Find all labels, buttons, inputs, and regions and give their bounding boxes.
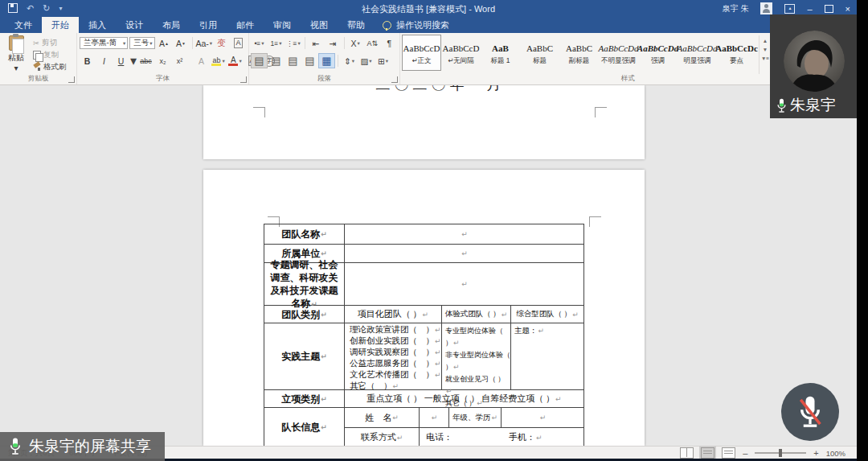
shrink-font-button[interactable]: A▼ [174,36,189,50]
clipboard-dialog-launcher[interactable] [68,76,75,83]
underline-button[interactable]: U [113,54,129,68]
style-strong[interactable]: AaBbCcDc 要点 [718,35,755,70]
ribbon-display-options-icon[interactable]: ▴ [784,4,795,14]
document-page-2[interactable]: 团队名称↵ ↵ 所属单位↵ ↵ 专题调研、社会调查、科研攻关及科技开发课题名称↵… [203,170,645,446]
team-name-cell[interactable]: ↵ [345,224,583,244]
account-name[interactable]: 泉宇 朱 [723,3,749,14]
bold-button[interactable]: B [80,54,95,68]
tab-layout[interactable]: 布局 [153,17,190,33]
underline-dropdown-icon[interactable]: ▾ [130,53,137,68]
webcam-panel[interactable]: 朱泉宇 [770,14,857,118]
copy-button[interactable]: 复制 [33,49,67,60]
increase-indent-button[interactable]: ⇥ [326,36,341,50]
team-type-comprehensive-cell[interactable]: 综合型团队（ ）↵ [510,306,583,323]
zoom-level[interactable]: 100% [826,449,845,458]
styles-scroll-up-icon[interactable]: ▲ [763,38,768,43]
style-title[interactable]: AaBbC 标题 [521,35,559,70]
tell-me-search[interactable]: 操作说明搜索 [375,17,457,33]
zoom-slider[interactable] [755,452,806,454]
strikethrough-button[interactable]: abc [138,54,154,68]
style-intense-emphasis[interactable]: AaBbCcDd 明显强调 [678,35,716,70]
topic-name-cell[interactable]: ↵ [345,263,583,305]
style-subtle-emphasis[interactable]: AaBbCcDd 不明显强调 [600,35,637,70]
font-size-combobox[interactable]: 三号 ▾ [129,37,154,49]
print-layout-button[interactable] [701,447,714,459]
team-type-experience-cell[interactable]: 体验式团队（ ）↵ [441,306,510,323]
character-border-button[interactable]: A [231,36,246,50]
document-page-1[interactable]: 二〇二〇年 月 [203,85,645,159]
web-layout-button[interactable] [722,447,735,459]
style-normal[interactable]: AaBbCcD ↵正文 [403,35,440,70]
tab-help[interactable]: 帮助 [338,17,375,33]
style-no-spacing[interactable]: AaBbCcD ↵无间隔 [442,35,480,70]
format-painter-button[interactable]: 格式刷 [33,61,67,72]
zoom-in-button[interactable]: + [813,448,818,458]
tab-file[interactable]: 文件 [5,17,42,33]
tab-design[interactable]: 设计 [116,17,153,33]
tab-review[interactable]: 审阅 [264,17,301,33]
italic-button[interactable]: I [96,54,112,68]
multilevel-list-button[interactable]: ⋮≡▾ [285,36,301,50]
tab-mailings[interactable]: 邮件 [227,17,264,33]
read-mode-button[interactable] [680,447,694,459]
justify-button[interactable]: ▤ [302,54,317,68]
save-icon[interactable] [8,3,18,13]
bullets-button[interactable]: •≡▾ [252,36,267,50]
superscript-button[interactable]: x² [172,54,187,68]
line-spacing-button[interactable]: ⇕▾ [342,54,357,68]
tab-home[interactable]: 开始 [42,17,79,33]
sort-button[interactable]: A⇅ [365,36,380,50]
style-subtitle[interactable]: AaBbC 副标题 [560,35,598,70]
shading-button[interactable]: ▨▾ [358,54,374,68]
decrease-indent-button[interactable]: ⇤ [309,36,324,50]
style-heading1[interactable]: AaB 标题 1 [481,35,519,70]
font-dialog-launcher[interactable] [240,76,247,83]
distributed-button[interactable]: ▦ [319,54,334,68]
show-hide-marks-button[interactable]: ¶ [382,36,397,50]
font-name-combobox[interactable]: 兰亭黑-简 ▾ [80,37,128,49]
align-left-button[interactable]: ▤ [252,54,267,68]
practice-theme-jobs-cell[interactable]: 专业型岗位体验（ ）↵ 非专业型岗位体验（ ）↵ 就业创业见习（ ）↵ 其它（ … [441,323,510,389]
zoom-slider-thumb[interactable] [779,449,782,457]
cut-button[interactable]: ✂ 剪切 [33,37,67,48]
leader-grade-value-cell[interactable]: ↵ [501,408,583,427]
screen-share-toast[interactable]: 朱泉宇的屏幕共享 [0,432,165,461]
restore-button[interactable] [825,5,833,13]
tab-insert[interactable]: 插入 [79,17,116,33]
paste-dropdown-icon[interactable]: ▾ [14,64,18,72]
align-center-button[interactable]: ▤ [268,54,284,68]
undo-icon[interactable]: ↶ [27,3,34,13]
tab-references[interactable]: 引用 [190,17,227,33]
paragraph-dialog-launcher[interactable] [391,76,398,83]
style-emphasis[interactable]: AaBbCcDd 强调 [639,35,677,70]
asian-layout-button[interactable]: X▾ [348,36,363,50]
tab-view[interactable]: 视图 [301,17,338,33]
leader-name-value-cell[interactable]: ↵ [419,408,448,427]
numbering-button[interactable]: 1≡▾ [268,36,284,50]
unit-cell[interactable]: ↵ [345,245,583,262]
close-button[interactable]: × [845,3,850,14]
account-avatar[interactable] [760,2,772,14]
highlight-color-button[interactable]: ab ▾ [211,54,226,68]
project-info-table[interactable]: 团队名称↵ ↵ 所属单位↵ ↵ 专题调研、社会调查、科研攻关及科技开发课题名称↵… [264,224,584,446]
quick-access-more-icon[interactable]: ▾ [59,5,62,12]
align-right-button[interactable]: ▤ [285,54,301,68]
repeat-icon[interactable]: ↻ [43,3,50,13]
change-case-button[interactable]: Aa-▾ [195,36,212,50]
practice-theme-list-cell[interactable]: 理论政策宣讲团（ ）↵ 创新创业实践团（ ）↵ 调研实践观察团（ ）↵ 公益志愿… [345,323,441,389]
styles-scroll-down-icon[interactable]: ▼ [763,47,768,52]
subscript-button[interactable]: x₂ [155,54,170,68]
phonetic-guide-button[interactable]: 变 [214,36,229,50]
leader-contact-value-cell[interactable]: 电话： 手机：↵ [419,428,583,446]
project-category-cell[interactable]: 重点立项（ ） 一般立项（ ） 自筹经费立项（ ）↵ [345,390,583,407]
microphone-mute-button[interactable] [781,383,839,441]
team-type-project-cell[interactable]: 项目化团队（ ）↵ [345,306,441,323]
paste-button[interactable]: 粘贴 ▾ [2,35,30,72]
document-area[interactable]: 二〇二〇年 月 团队名称↵ ↵ 所属单位↵ ↵ [0,85,857,446]
borders-button[interactable]: ⊞▾ [375,54,391,68]
styles-more-icon[interactable]: ▼≡ [761,56,769,61]
minimize-button[interactable]: – [807,3,812,14]
zoom-out-button[interactable]: – [743,448,747,458]
practice-theme-subject-cell[interactable]: 主题：↵ [510,323,583,389]
text-effects-button[interactable]: A [194,54,209,68]
